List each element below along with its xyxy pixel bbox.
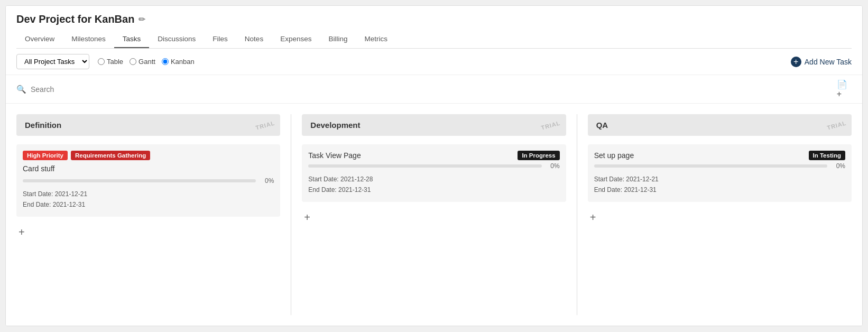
column-header-qa: QA TRIAL — [588, 114, 852, 136]
task-title-task-view-page: Task View Page — [308, 151, 361, 160]
tab-notes[interactable]: Notes — [236, 31, 272, 48]
column-title-qa: QA — [596, 121, 608, 130]
progress-pct: 0% — [260, 177, 274, 185]
column-title-definition: Definition — [25, 121, 61, 130]
trial-watermark-qa: TRIAL — [826, 119, 847, 131]
toolbar: All Project Tasks Table Gantt Kanban + A — [6, 49, 862, 75]
add-task-button[interactable]: + Add New Task — [791, 57, 852, 67]
task-card-set-up-page[interactable]: Set up page In Testing 0% Start Date: 20… — [588, 144, 852, 202]
task-dates: Start Date: 2021-12-21 End Date: 2021-12… — [23, 189, 274, 210]
view-kanban-option[interactable]: Kanban — [162, 58, 195, 66]
progress-row: 0% — [23, 177, 274, 185]
progress-bar-bg-dev — [308, 164, 541, 168]
column-header-definition: Definition TRIAL — [16, 114, 280, 136]
view-options: Table Gantt Kanban — [98, 58, 195, 66]
tab-billing[interactable]: Billing — [320, 31, 356, 48]
badge-in-progress: In Progress — [518, 151, 559, 160]
tab-discussions[interactable]: Discussions — [149, 31, 204, 48]
task-title-set-up-page: Set up page — [594, 151, 634, 160]
task-card-card-stuff[interactable]: High Priority Requirements Gathering Car… — [16, 144, 280, 217]
view-table-option[interactable]: Table — [98, 58, 123, 66]
column-title-development: Development — [310, 121, 360, 130]
tab-metrics[interactable]: Metrics — [356, 31, 396, 48]
task-card-task-view-page[interactable]: Task View Page In Progress 0% Start Date… — [302, 144, 566, 202]
search-icon: 🔍 — [16, 85, 26, 94]
kanban-column-definition: Definition TRIAL High Priority Requireme… — [16, 114, 291, 315]
trial-watermark-development: TRIAL — [540, 119, 561, 131]
task-dates-qa: Start Date: 2021-12-21 End Date: 2021-12… — [594, 174, 845, 196]
tab-files[interactable]: Files — [204, 31, 236, 48]
progress-pct-qa: 0% — [832, 162, 845, 170]
task-name-card-stuff: Card stuff — [23, 164, 274, 173]
add-card-button-development[interactable]: + — [302, 210, 312, 225]
search-input[interactable] — [31, 85, 833, 94]
view-gantt-option[interactable]: Gantt — [130, 58, 155, 66]
add-card-button-qa[interactable]: + — [588, 210, 598, 225]
task-filter-select[interactable]: All Project Tasks — [16, 54, 89, 69]
page-title: Dev Project for KanBan — [16, 13, 134, 25]
progress-row-dev: 0% — [308, 162, 559, 170]
filter-icon[interactable]: 📄+ — [837, 79, 852, 99]
progress-bar-bg-qa — [594, 164, 827, 168]
tab-tasks[interactable]: Tasks — [114, 31, 150, 48]
task-badges: High Priority Requirements Gathering — [23, 151, 274, 160]
kanban-column-qa: QA TRIAL Set up page In Testing 0% Start… — [577, 114, 852, 315]
kanban-column-development: Development TRIAL Task View Page In Prog… — [291, 114, 577, 315]
tab-expenses[interactable]: Expenses — [272, 31, 320, 48]
add-card-button-definition[interactable]: + — [16, 225, 27, 239]
search-bar: 🔍 📄+ — [6, 75, 862, 104]
trial-watermark-definition: TRIAL — [255, 119, 275, 131]
kanban-board: Definition TRIAL High Priority Requireme… — [6, 104, 862, 326]
badge-in-testing: In Testing — [809, 151, 845, 160]
add-task-icon: + — [791, 57, 801, 67]
column-header-development: Development TRIAL — [302, 114, 566, 136]
nav-tabs: Overview Milestones Tasks Discussions Fi… — [16, 31, 852, 49]
task-dates-dev: Start Date: 2021-12-28 End Date: 2021-12… — [308, 174, 559, 196]
tab-milestones[interactable]: Milestones — [63, 31, 114, 48]
edit-icon[interactable]: ✏ — [138, 14, 145, 24]
tab-overview[interactable]: Overview — [16, 31, 63, 48]
badge-requirements-gathering: Requirements Gathering — [71, 151, 150, 160]
progress-bar-bg — [23, 179, 256, 182]
progress-pct-dev: 0% — [546, 162, 560, 170]
badge-high-priority: High Priority — [23, 151, 68, 160]
progress-row-qa: 0% — [594, 162, 845, 170]
